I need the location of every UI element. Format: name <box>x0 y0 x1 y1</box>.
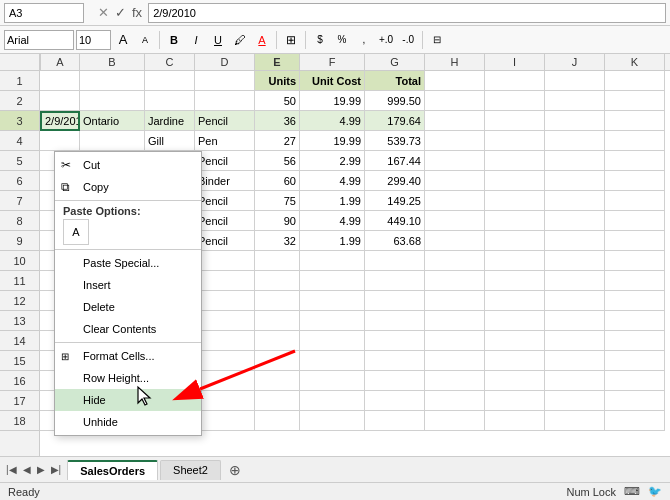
cell-I6[interactable] <box>485 171 545 191</box>
cell-F5[interactable]: 2.99 <box>300 151 365 171</box>
cell-H3[interactable] <box>425 111 485 131</box>
cell-E9[interactable]: 32 <box>255 231 300 251</box>
cell-E6[interactable]: 60 <box>255 171 300 191</box>
row-header-14[interactable]: 14 <box>0 331 39 351</box>
confirm-formula-icon[interactable]: ✓ <box>113 5 128 20</box>
cell-K1[interactable] <box>605 71 665 91</box>
function-icon[interactable]: fx <box>130 5 144 20</box>
cell-D6[interactable]: Binder <box>195 171 255 191</box>
format-cells-menu-item[interactable]: ⊞ Format Cells... <box>55 345 201 367</box>
bold-button[interactable]: B <box>164 30 184 50</box>
comma-button[interactable]: , <box>354 30 374 50</box>
row-header-16[interactable]: 16 <box>0 371 39 391</box>
cell-D1[interactable] <box>195 71 255 91</box>
sheet-tab-sheet2[interactable]: Sheet2 <box>160 460 221 480</box>
row-header-18[interactable]: 18 <box>0 411 39 431</box>
cell-E5[interactable]: 56 <box>255 151 300 171</box>
cell-A4[interactable] <box>40 131 80 151</box>
clear-contents-menu-item[interactable]: Clear Contents <box>55 318 201 340</box>
row-header-8[interactable]: 8 <box>0 211 39 231</box>
row-header-12[interactable]: 12 <box>0 291 39 311</box>
insert-menu-item[interactable]: Insert <box>55 274 201 296</box>
font-name-input[interactable] <box>4 30 74 50</box>
cancel-formula-icon[interactable]: ✕ <box>96 5 111 20</box>
cell-J6[interactable] <box>545 171 605 191</box>
cell-K7[interactable] <box>605 191 665 211</box>
merge-button[interactable]: ⊟ <box>427 30 447 50</box>
col-header-D[interactable]: D <box>195 54 255 70</box>
font-shrink-button[interactable]: A <box>135 30 155 50</box>
cell-I7[interactable] <box>485 191 545 211</box>
cell-F9[interactable]: 1.99 <box>300 231 365 251</box>
cell-K3[interactable] <box>605 111 665 131</box>
cell-A2[interactable] <box>40 91 80 111</box>
cell-J4[interactable] <box>545 131 605 151</box>
cell-F7[interactable]: 1.99 <box>300 191 365 211</box>
row-header-1[interactable]: 1 <box>0 71 39 91</box>
cell-F8[interactable]: 4.99 <box>300 211 365 231</box>
cell-J8[interactable] <box>545 211 605 231</box>
row-header-4[interactable]: 4 <box>0 131 39 151</box>
cell-I4[interactable] <box>485 131 545 151</box>
copy-menu-item[interactable]: ⧉ Copy <box>55 176 201 198</box>
row-header-7[interactable]: 7 <box>0 191 39 211</box>
cell-E1[interactable]: Units <box>255 71 300 91</box>
name-box[interactable]: A3 <box>4 3 84 23</box>
cell-I2[interactable] <box>485 91 545 111</box>
cell-G9[interactable]: 63.68 <box>365 231 425 251</box>
row-header-15[interactable]: 15 <box>0 351 39 371</box>
cell-G6[interactable]: 299.40 <box>365 171 425 191</box>
cell-C2[interactable] <box>145 91 195 111</box>
cell-I1[interactable] <box>485 71 545 91</box>
cell-H8[interactable] <box>425 211 485 231</box>
dollar-button[interactable]: $ <box>310 30 330 50</box>
col-header-E[interactable]: E <box>255 54 300 70</box>
font-grow-button[interactable]: A <box>113 30 133 50</box>
col-header-G[interactable]: G <box>365 54 425 70</box>
formula-input[interactable] <box>148 3 666 23</box>
col-header-I[interactable]: I <box>485 54 545 70</box>
cell-J7[interactable] <box>545 191 605 211</box>
cell-A3[interactable]: 2/9/2010 <box>40 111 80 131</box>
row-header-10[interactable]: 10 <box>0 251 39 271</box>
cell-H1[interactable] <box>425 71 485 91</box>
row-header-17[interactable]: 17 <box>0 391 39 411</box>
cell-C4[interactable]: Gill <box>145 131 195 151</box>
cell-E3[interactable]: 36 <box>255 111 300 131</box>
cell-I9[interactable] <box>485 231 545 251</box>
cell-J2[interactable] <box>545 91 605 111</box>
cell-D7[interactable]: Pencil <box>195 191 255 211</box>
cell-A1[interactable] <box>40 71 80 91</box>
cell-H5[interactable] <box>425 151 485 171</box>
cell-E8[interactable]: 90 <box>255 211 300 231</box>
last-sheet-button[interactable]: ▶| <box>49 464 64 475</box>
cell-F2[interactable]: 19.99 <box>300 91 365 111</box>
cell-H4[interactable] <box>425 131 485 151</box>
cell-K9[interactable] <box>605 231 665 251</box>
cell-G1[interactable]: Total <box>365 71 425 91</box>
col-header-K[interactable]: K <box>605 54 665 70</box>
cell-F1[interactable]: Unit Cost <box>300 71 365 91</box>
cell-F3[interactable]: 4.99 <box>300 111 365 131</box>
border-button[interactable]: ⊞ <box>281 30 301 50</box>
add-sheet-button[interactable]: ⊕ <box>223 460 247 480</box>
cell-G8[interactable]: 449.10 <box>365 211 425 231</box>
row-height-menu-item[interactable]: Row Height... <box>55 367 201 389</box>
col-header-F[interactable]: F <box>300 54 365 70</box>
cell-D5[interactable]: Pencil <box>195 151 255 171</box>
col-header-J[interactable]: J <box>545 54 605 70</box>
hide-menu-item[interactable]: Hide <box>55 389 201 411</box>
cell-K5[interactable] <box>605 151 665 171</box>
cell-G7[interactable]: 149.25 <box>365 191 425 211</box>
cell-K6[interactable] <box>605 171 665 191</box>
cut-menu-item[interactable]: ✂ Cut <box>55 154 201 176</box>
cell-B4[interactable] <box>80 131 145 151</box>
cell-G3[interactable]: 179.64 <box>365 111 425 131</box>
cell-E7[interactable]: 75 <box>255 191 300 211</box>
col-header-C[interactable]: C <box>145 54 195 70</box>
cell-J9[interactable] <box>545 231 605 251</box>
font-size-input[interactable] <box>76 30 111 50</box>
cell-J1[interactable] <box>545 71 605 91</box>
col-header-B[interactable]: B <box>80 54 145 70</box>
cell-I8[interactable] <box>485 211 545 231</box>
